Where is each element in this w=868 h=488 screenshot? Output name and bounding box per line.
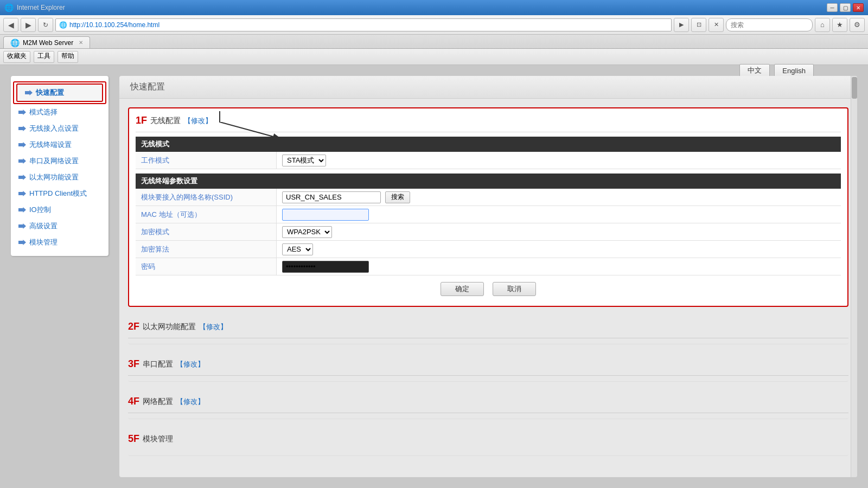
arrow-icon-5 — [18, 175, 26, 180]
section-5-title: 模块管理 — [143, 434, 173, 444]
content-area: 快速配置 1F 无线配置 【修改】 无线模式 工作模式 STA模式 — [119, 76, 857, 477]
toolbar-btn-2[interactable]: 工具 — [34, 51, 54, 63]
encrypt-mode-select[interactable]: WPA2PSK — [282, 226, 332, 238]
encrypt-algo-select[interactable]: AES — [282, 243, 313, 255]
address-bar[interactable]: 🌐 http://10.10.100.254/home.html — [55, 18, 672, 31]
work-mode-select[interactable]: STA模式 — [282, 155, 326, 166]
work-mode-row: 工作模式 STA模式 — [136, 152, 841, 169]
mac-value — [277, 206, 841, 223]
sidebar-item-quick-config[interactable]: 快速配置 — [16, 84, 103, 102]
page-title: 快速配置 — [130, 82, 165, 91]
close-button[interactable]: ✕ — [853, 3, 864, 12]
ssid-input[interactable] — [282, 191, 381, 203]
section-1-edit-link[interactable]: 【修改】 — [184, 116, 212, 126]
ssid-row: 模块要接入的网络名称(SSID) 搜索 — [136, 189, 841, 206]
home-button[interactable]: ⌂ — [815, 18, 830, 32]
scrollbar-track[interactable] — [851, 76, 857, 477]
section-3-edit-link[interactable]: 【修改】 — [176, 359, 205, 369]
sidebar-item-wireless-terminal[interactable]: 无线终端设置 — [11, 137, 108, 153]
sidebar-label-1: 模式选择 — [29, 107, 58, 117]
mac-row: MAC 地址（可选） — [136, 206, 841, 223]
encrypt-mode-row: 加密模式 WPA2PSK — [136, 223, 841, 241]
section-4-edit-link[interactable]: 【修改】 — [176, 397, 205, 407]
scrollbar-thumb[interactable] — [852, 77, 857, 99]
mac-input[interactable] — [282, 209, 369, 221]
title-bar: 🌐 Internet Explorer ─ ▢ ✕ — [0, 0, 868, 15]
section-1-btn-row: 确定 取消 — [136, 275, 841, 299]
chinese-lang-button[interactable]: 中文 — [739, 64, 770, 77]
mac-label: MAC 地址（可选） — [136, 206, 277, 223]
arrow-icon-2 — [18, 126, 26, 131]
address-bar-container: 🌐 http://10.10.100.254/home.html ▶ ⊡ ✕ — [55, 18, 724, 32]
tab-bar: 🌐 M2M Web Server ✕ — [0, 35, 868, 49]
maximize-button[interactable]: ▢ — [840, 3, 851, 12]
ssid-label: 模块要接入的网络名称(SSID) — [136, 189, 277, 206]
section-4-title: 网络配置 — [143, 397, 173, 407]
toolbar-btn-1[interactable]: 收藏夹 — [3, 51, 30, 63]
english-lang-button[interactable]: English — [774, 64, 814, 77]
arrow-icon-6 — [18, 191, 26, 196]
terminal-params-header: 无线终端参数设置 — [136, 174, 841, 189]
sidebar-label-5: 以太网功能设置 — [29, 172, 79, 182]
tab-icon: 🌐 — [10, 38, 20, 47]
section-1-num: 1F — [136, 115, 147, 126]
section-3-box: 3F 串口配置 【修改】 — [128, 353, 848, 382]
encrypt-algo-label: 加密算法 — [136, 241, 277, 258]
arrow-icon-1 — [18, 110, 26, 115]
browser-window: 🌐 Internet Explorer ─ ▢ ✕ ◀ ▶ ↻ 🌐 http:/… — [0, 0, 868, 65]
section-2-box: 2F 以太网功能配置 【修改】 — [128, 316, 848, 344]
nav-bar: ◀ ▶ ↻ 🌐 http://10.10.100.254/home.html ▶… — [0, 15, 868, 35]
minimize-button[interactable]: ─ — [827, 3, 838, 12]
section-5-header: 5F 模块管理 — [128, 433, 848, 445]
section-2-edit-link[interactable]: 【修改】 — [199, 322, 227, 332]
search-button[interactable]: 搜索 — [385, 191, 410, 203]
arrow-icon-8 — [18, 223, 26, 229]
sidebar-item-httpd[interactable]: HTTPD Client模式 — [11, 185, 108, 202]
active-tab[interactable]: 🌐 M2M Web Server ✕ — [3, 36, 90, 48]
page-title-bar: 快速配置 — [119, 76, 857, 99]
sidebar-item-mode-select[interactable]: 模式选择 — [11, 104, 108, 120]
compat-button[interactable]: ⊡ — [691, 18, 706, 32]
content-body: 1F 无线配置 【修改】 无线模式 工作模式 STA模式 无线终端参数设 — [119, 99, 857, 473]
tab-close-button[interactable]: ✕ — [79, 40, 83, 46]
arrow-icon-9 — [18, 240, 26, 245]
sidebar: 快速配置 模式选择 无线接入点设置 无线终端设置 串口及网络设置 以太网功能设置… — [11, 76, 108, 256]
section-1-box: 1F 无线配置 【修改】 无线模式 工作模式 STA模式 无线终端参数设 — [128, 107, 848, 307]
sidebar-item-io-control[interactable]: IO控制 — [11, 202, 108, 218]
section-1-header: 1F 无线配置 【修改】 — [136, 115, 841, 126]
toolbar-btn-3[interactable]: 帮助 — [58, 51, 78, 63]
section-4-header: 4F 网络配置 【修改】 — [128, 396, 848, 407]
go-button[interactable]: ▶ — [674, 18, 689, 32]
section-4-box: 4F 网络配置 【修改】 — [128, 390, 848, 419]
search-input[interactable] — [726, 18, 813, 31]
sidebar-item-advanced[interactable]: 高级设置 — [11, 218, 108, 234]
sidebar-item-module-mgmt[interactable]: 模块管理 — [11, 234, 108, 251]
arrow-icon-0 — [25, 90, 33, 95]
sidebar-item-wireless-ap[interactable]: 无线接入点设置 — [11, 120, 108, 137]
forward-button[interactable]: ▶ — [21, 18, 36, 32]
sidebar-label-4: 串口及网络设置 — [29, 156, 79, 166]
refresh-button[interactable]: ↻ — [38, 18, 53, 32]
sidebar-label-9: 模块管理 — [29, 237, 58, 247]
sidebar-item-ethernet[interactable]: 以太网功能设置 — [11, 169, 108, 185]
lang-buttons: 中文 English — [739, 64, 814, 77]
browser-icon: 🌐 — [4, 3, 14, 12]
password-label: 密码 — [136, 258, 277, 275]
sidebar-item-serial-network[interactable]: 串口及网络设置 — [11, 153, 108, 169]
sidebar-label-7: IO控制 — [29, 205, 51, 215]
cancel-button[interactable]: 取消 — [493, 282, 536, 296]
browser-title: Internet Explorer — [17, 4, 65, 11]
confirm-button[interactable]: 确定 — [441, 282, 484, 296]
section-3-num: 3F — [128, 358, 139, 370]
password-value — [277, 258, 841, 275]
security-button[interactable]: ✕ — [709, 18, 724, 32]
section-5-box: 5F 模块管理 — [128, 428, 848, 456]
tab-label: M2M Web Server — [23, 39, 73, 47]
favorites-button[interactable]: ★ — [832, 18, 847, 32]
back-button[interactable]: ◀ — [3, 18, 18, 32]
password-input[interactable] — [282, 261, 369, 273]
browser-icon-small: 🌐 — [59, 21, 67, 29]
toolbar: 收藏夹 工具 帮助 — [0, 49, 868, 65]
sidebar-label-8: 高级设置 — [29, 221, 58, 231]
tools-button[interactable]: ⚙ — [850, 18, 865, 32]
